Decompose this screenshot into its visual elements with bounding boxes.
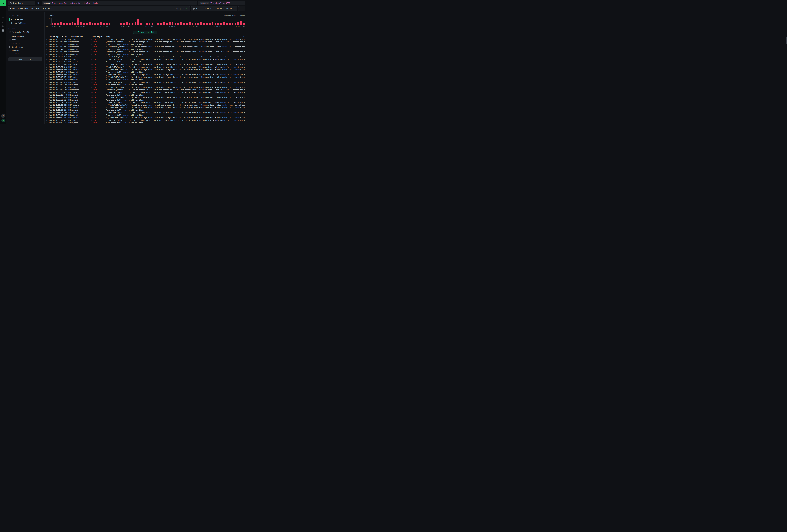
table-row[interactable]: Jun 11 1:56:32.848 PM frontend error {"c… <box>46 66 245 68</box>
histogram-bar[interactable] <box>134 22 136 25</box>
histogram-bar[interactable] <box>63 23 65 25</box>
user-avatar[interactable]: U <box>1 119 5 122</box>
histogram-bar[interactable] <box>89 22 90 25</box>
histogram-bar[interactable] <box>75 22 76 25</box>
table-row[interactable]: Jun 11 1:55:51.452 PM frontend error {"c… <box>46 91 245 94</box>
histogram-bar[interactable] <box>169 22 170 25</box>
chart-line-icon[interactable] <box>0 20 6 24</box>
histogram-bar[interactable] <box>194 22 196 25</box>
histogram-bar[interactable] <box>192 23 193 25</box>
expand-chevron-icon[interactable] <box>46 86 49 88</box>
expand-chevron-icon[interactable] <box>46 56 49 58</box>
histogram-bar[interactable] <box>152 23 153 25</box>
histogram-bar[interactable] <box>237 22 239 25</box>
expand-chevron-icon[interactable] <box>46 69 49 70</box>
filter-group-severitytext[interactable]: SeverityText <box>9 36 42 38</box>
histogram-bar[interactable] <box>132 22 133 25</box>
histogram-bar[interactable] <box>103 22 105 25</box>
expand-chevron-icon[interactable] <box>46 104 49 106</box>
select-columns-input[interactable]: SELECT Timestamp, ServiceName, SeverityT… <box>42 1 197 5</box>
table-row[interactable]: Jun 11 1:55:07.841 PM frontend error {"c… <box>46 116 245 119</box>
language-lucene-option[interactable]: Lucene <box>182 8 188 10</box>
filter-option-checkout[interactable]: checkout <box>9 49 42 51</box>
histogram-bar[interactable] <box>215 23 216 25</box>
histogram-bar[interactable] <box>71 22 73 25</box>
expand-chevron-icon[interactable] <box>46 74 49 76</box>
histogram-bar[interactable] <box>109 22 110 25</box>
histogram-bar[interactable] <box>200 22 202 25</box>
col-header-severitytext[interactable]: SeverityText <box>91 36 106 38</box>
table-row[interactable]: Jun 11 1:55:16.302 PM frontend error {"c… <box>46 106 245 109</box>
table-row[interactable]: Jun 11 1:55:51.448 PM payment error Visa… <box>46 94 245 96</box>
expand-chevron-icon[interactable] <box>46 46 49 48</box>
expand-chevron-icon[interactable] <box>46 38 49 40</box>
table-row[interactable]: Jun 11 1:56:42.999 PM frontend error {"c… <box>46 50 245 53</box>
histogram-bar[interactable] <box>129 23 130 25</box>
logs-list-icon[interactable] <box>0 15 6 20</box>
denoise-checkbox[interactable] <box>9 31 11 33</box>
histogram-bar[interactable] <box>100 22 102 25</box>
expand-chevron-icon[interactable] <box>46 102 49 103</box>
histogram-bar[interactable] <box>92 23 93 25</box>
histogram-bar[interactable] <box>126 22 128 25</box>
table-row[interactable]: Jun 11 1:55:07.835 PM frontend error {"c… <box>46 119 245 122</box>
table-row[interactable]: Jun 11 1:56:08.956 PM frontend error {"c… <box>46 68 245 71</box>
table-row[interactable]: Jun 11 1:55:39.331 PM frontend error {"c… <box>46 104 245 106</box>
histogram-bar[interactable] <box>163 22 165 25</box>
column-settings-icon[interactable] <box>243 36 244 38</box>
histogram-bar[interactable] <box>240 21 242 25</box>
mode-event-patterns[interactable]: Event Patterns <box>9 21 42 25</box>
expand-chevron-icon[interactable] <box>46 97 49 98</box>
expand-chevron-icon[interactable] <box>46 41 49 43</box>
histogram-bar[interactable] <box>232 23 233 25</box>
load-more-servicename[interactable]: Load more <box>9 53 42 55</box>
search-input[interactable] <box>10 7 174 10</box>
language-sql-option[interactable]: SQL <box>176 8 179 10</box>
resume-live-tail-button[interactable]: Resume Live Tail <box>133 31 157 34</box>
expand-chevron-icon[interactable] <box>46 89 49 91</box>
histogram-bar[interactable] <box>55 22 56 25</box>
search-box[interactable]: SQL | Lucene <box>8 6 190 11</box>
histogram-bar[interactable] <box>86 22 88 25</box>
table-row[interactable]: Jun 11 1:56:32.843 PM payment error Visa… <box>46 61 245 63</box>
order-by-input[interactable]: ORDER BY TimestampTime DESC <box>198 1 245 5</box>
histogram-bar[interactable] <box>77 18 79 25</box>
col-header-servicename[interactable]: ServiceName <box>71 36 91 38</box>
expand-chevron-icon[interactable] <box>46 99 49 101</box>
expand-chevron-icon[interactable] <box>46 59 49 60</box>
expand-chevron-icon[interactable] <box>46 114 49 116</box>
histogram-bar[interactable] <box>94 22 96 25</box>
expand-chevron-icon[interactable] <box>46 120 49 121</box>
expand-chevron-icon[interactable] <box>46 81 49 83</box>
histogram-bar[interactable] <box>226 23 228 25</box>
table-row[interactable]: Jun 11 1:54:52.241 PM payment error Visa… <box>46 122 245 124</box>
histogram-bar[interactable] <box>209 23 211 25</box>
histogram-bar[interactable] <box>140 23 142 25</box>
services-monitor-icon[interactable] <box>0 24 6 28</box>
table-row[interactable]: Jun 11 1:55:39.324 PM payment error Visa… <box>46 99 245 101</box>
dashboards-grid-icon[interactable] <box>0 28 6 33</box>
histogram-bar[interactable] <box>149 23 150 25</box>
table-row[interactable]: Jun 11 1:56:03.248 PM payment error Visa… <box>46 79 245 81</box>
expand-chevron-icon[interactable] <box>46 43 49 45</box>
expand-chevron-icon[interactable] <box>46 117 49 119</box>
col-header-body[interactable]: Body <box>106 36 245 38</box>
histogram-bar[interactable] <box>243 23 245 25</box>
histogram-bar[interactable] <box>83 22 85 25</box>
table-row[interactable]: Jun 11 1:56:32.849 PM frontend error {"c… <box>46 63 245 66</box>
gear-icon[interactable] <box>36 1 40 5</box>
expand-chevron-icon[interactable] <box>46 92 49 93</box>
histogram-bar[interactable] <box>123 22 125 25</box>
table-row[interactable]: Jun 11 1:55:39.330 PM frontend error {"c… <box>46 101 245 104</box>
histogram-bar[interactable] <box>146 23 148 25</box>
mode-results-table[interactable]: Results Table <box>9 18 42 21</box>
histogram-bar[interactable] <box>80 22 82 25</box>
table-row[interactable]: Jun 11 1:56:38.534 PM payment error Visa… <box>46 53 245 56</box>
sidebar-panels-icon[interactable] <box>0 8 6 12</box>
histogram-bar[interactable] <box>183 23 185 25</box>
table-row[interactable]: Jun 11 1:56:51.975 PM payment error Visa… <box>46 43 245 45</box>
source-selector[interactable]: Demo Logs ▴▾ <box>8 1 35 5</box>
histogram-bar[interactable] <box>203 23 205 25</box>
histogram-bar[interactable] <box>186 22 188 25</box>
col-header-timestamp[interactable]: Timestamp (Local) <box>49 36 71 38</box>
